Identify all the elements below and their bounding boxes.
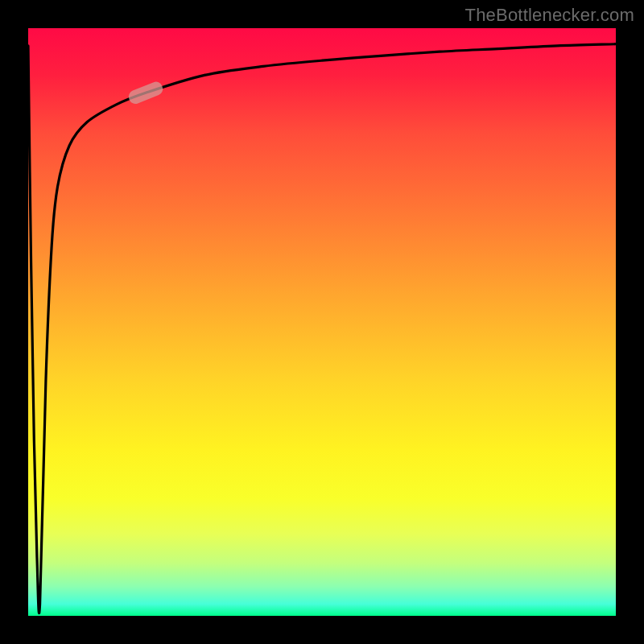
bottleneck-curve <box>28 44 616 613</box>
axis-border-bottom <box>0 616 644 644</box>
curve-layer <box>28 28 616 616</box>
watermark-text: TheBottlenecker.com <box>465 5 634 26</box>
axis-border-right <box>616 0 644 644</box>
current-marker <box>126 80 164 105</box>
chart-container: TheBottlenecker.com <box>0 0 644 644</box>
plot-area <box>28 28 616 616</box>
axis-border-left <box>0 0 28 644</box>
